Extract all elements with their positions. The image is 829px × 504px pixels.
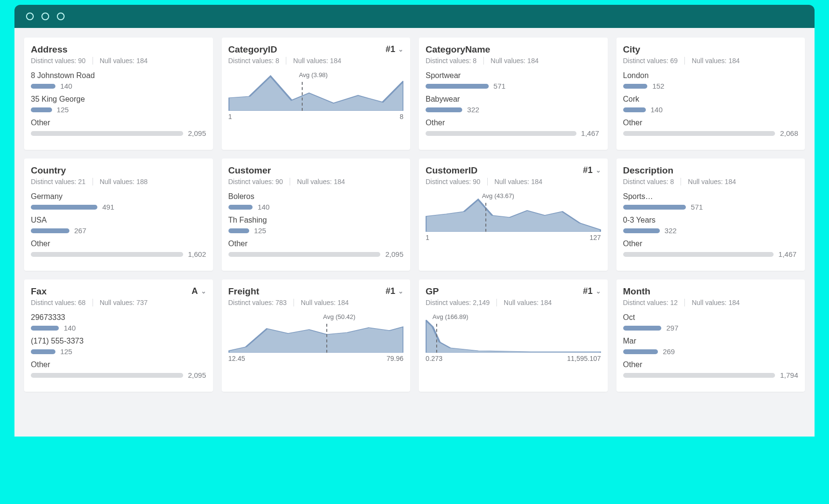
value-count: 125 [57,106,69,114]
field-card-categoryId[interactable]: CategoryID #1⌄ Distinct values: 8 Null v… [222,38,411,150]
value-bar [31,326,59,331]
value-bar [426,107,462,112]
field-card-fax[interactable]: Fax A⌄ Distinct values: 68 Null values: … [24,279,213,392]
card-body: London 152 Cork 140 Other 2,068 [623,71,799,142]
other-bar [623,373,776,378]
card-body: Sportwear 571 Babywear 322 Other 1,467 [426,71,601,142]
field-card-customer[interactable]: Customer Distinct values: 90 Null values… [222,159,411,271]
value-bar-line: 2,068 [623,129,799,137]
field-card-freight[interactable]: Freight #1⌄ Distinct values: 783 Null va… [222,279,411,392]
field-card-address[interactable]: Address Distinct values: 90 Null values:… [24,38,213,150]
meta-separator [93,178,93,186]
distinct-values: Distinct values: 2,149 [426,299,490,306]
value-label: Germany [31,192,206,201]
value-bar-line: 571 [623,203,799,211]
avg-label: Avg (50.42) [323,313,355,320]
value-row: Babywear 322 [426,95,601,114]
card-meta: Distinct values: 783 Null values: 184 [228,299,404,306]
value-count: 322 [665,226,677,235]
rank-badge[interactable]: #1⌄ [386,44,403,54]
axis-min: 1 [426,234,429,241]
window-control-dot[interactable] [41,13,49,20]
avg-label: Avg (43.67) [482,192,514,199]
type-indicator[interactable]: A⌄ [192,286,206,296]
value-label: Boleros [228,192,404,201]
value-bar-line: 2,095 [31,371,206,379]
value-count: 571 [494,82,506,90]
window-control-dot[interactable] [57,13,65,20]
badge-text: #1 [386,44,395,54]
meta-separator [483,57,484,65]
card-title: Address [31,44,67,55]
badge-text: #1 [583,286,592,296]
dashboard-content: Address Distinct values: 90 Null values:… [14,28,815,437]
field-card-customerId[interactable]: CustomerID #1⌄ Distinct values: 90 Null … [419,159,608,271]
card-header: Description [623,165,799,176]
badge-text: #1 [583,165,592,175]
value-bar-line: 491 [31,203,206,211]
meta-separator [496,299,497,306]
card-body: Avg (50.42) 12.45 79.96 [228,313,404,361]
value-bar-line: 297 [623,324,799,332]
card-title: CategoryName [426,44,490,55]
distribution-chart: Avg (166.89) 0.273 11,595.107 [426,313,601,361]
card-header: Freight #1⌄ [228,286,404,297]
value-bar [623,228,660,233]
value-bar-line: 2,095 [31,129,206,137]
value-label: Babywear [426,95,601,104]
distinct-values: Distinct values: 90 [228,178,283,186]
null-values: Null values: 184 [301,299,349,306]
field-card-country[interactable]: Country Distinct values: 21 Null values:… [24,159,213,271]
card-body: 8 Johnstown Road 140 35 King George 125 … [31,71,206,142]
field-card-month[interactable]: Month Distinct values: 12 Null values: 1… [616,279,805,392]
card-title: CategoryID [228,44,277,55]
value-row: 29673333 140 [31,313,206,332]
window-control-dot[interactable] [26,13,34,20]
chevron-down-icon: ⌄ [398,46,403,53]
other-count: 2,095 [188,129,206,137]
value-label: (171) 555-3373 [31,337,206,345]
value-bar-line: 269 [623,347,799,356]
value-count: 125 [254,226,266,235]
card-title: Description [623,165,674,176]
other-row: Other 2,095 [228,239,404,258]
field-card-description[interactable]: Description Distinct values: 8 Null valu… [616,159,805,271]
field-card-gp[interactable]: GP #1⌄ Distinct values: 2,149 Null value… [419,279,608,392]
card-body: Oct 297 Mar 269 Other 1,794 [623,313,799,384]
meta-separator [286,57,286,65]
card-title: Freight [228,286,259,297]
value-bar [31,107,52,112]
null-values: Null values: 184 [491,57,539,65]
distinct-values: Distinct values: 8 [426,57,477,65]
other-count: 1,467 [778,250,797,258]
value-bar [31,84,55,89]
value-bar-line: 140 [31,82,206,90]
value-bar-line: 1,602 [31,250,206,258]
other-bar [426,131,576,136]
value-count: 140 [64,324,76,332]
rank-badge[interactable]: #1⌄ [583,165,601,175]
card-meta: Distinct values: 90 Null values: 184 [31,57,206,65]
other-label: Other [426,119,601,127]
value-bar [228,205,253,210]
field-card-categoryName[interactable]: CategoryName Distinct values: 8 Null val… [419,38,608,150]
value-label: 29673333 [31,313,206,322]
meta-separator [93,57,93,65]
other-count: 1,467 [581,129,600,137]
value-bar [623,107,646,112]
null-values: Null values: 737 [100,299,148,306]
value-row: 0-3 Years 322 [623,216,799,235]
card-meta: Distinct values: 8 Null values: 184 [228,57,404,65]
value-row: Sports… 571 [623,192,799,211]
rank-badge[interactable]: #1⌄ [583,286,601,296]
rank-badge[interactable]: #1⌄ [386,286,403,296]
axis-max: 8 [400,113,403,120]
avg-marker-line [436,324,437,353]
window-titlebar [14,5,815,28]
field-card-city[interactable]: City Distinct values: 69 Null values: 18… [616,38,805,150]
value-row: Oct 297 [623,313,799,332]
null-values: Null values: 184 [692,299,740,306]
value-row: Sportwear 571 [426,71,601,90]
card-meta: Distinct values: 8 Null values: 184 [426,57,601,65]
type-letter: A [192,286,198,296]
